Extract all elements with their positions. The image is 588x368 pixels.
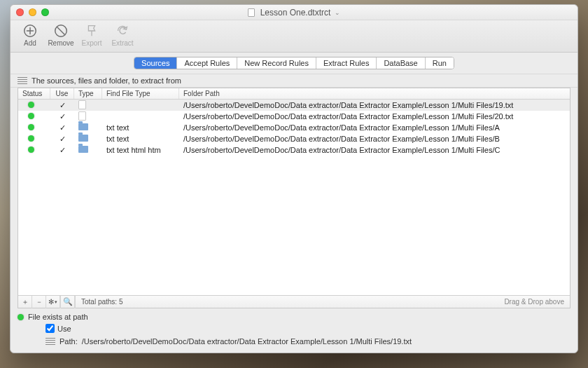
col-status[interactable]: Status xyxy=(18,88,50,99)
subhead-text: The sources, files and folder, to extrac… xyxy=(31,76,181,85)
find-file-type-cell: txt text xyxy=(102,133,179,144)
table-row[interactable]: ✓/Users/roberto/DevelDemoDoc/Data extrac… xyxy=(18,111,570,122)
list-icon xyxy=(46,338,55,345)
add-button[interactable]: Add xyxy=(16,23,44,47)
tab-bar: SourcesAccept RulesNew Record RulesExtra… xyxy=(10,53,578,74)
find-file-type-cell: txt text xyxy=(102,122,179,133)
add-label: Add xyxy=(24,39,36,47)
tab-new-record-rules[interactable]: New Record Rules xyxy=(237,57,316,69)
table-body[interactable]: ✓/Users/roberto/DevelDemoDoc/Data extrac… xyxy=(18,100,570,295)
action-menu-button[interactable]: ✻▾ xyxy=(46,296,60,308)
use-cell[interactable]: ✓ xyxy=(50,122,74,134)
plus-circle-icon xyxy=(22,23,38,39)
folder-icon xyxy=(78,146,88,153)
table-footer: ＋ － ✻▾ 🔍 Total paths: 5 Drag & Drop abov… xyxy=(18,295,570,308)
status-ok-icon xyxy=(28,102,34,108)
export-icon xyxy=(84,23,99,39)
use-checkbox[interactable] xyxy=(46,324,55,333)
document-title-text: Lesson One.dtxtrct xyxy=(260,8,331,18)
folder-icon xyxy=(78,135,88,142)
export-label: Export xyxy=(82,39,102,47)
tab-segment: SourcesAccept RulesNew Record RulesExtra… xyxy=(134,57,454,69)
main-toolbar: Add Remove Export Extract xyxy=(10,20,578,53)
document-title[interactable]: Lesson One.dtxtrct ⌄ xyxy=(248,8,341,18)
extract-button: Extract xyxy=(108,23,136,47)
use-cell[interactable]: ✓ xyxy=(50,133,74,145)
path-cell: /Users/roberto/DevelDemoDoc/Data extract… xyxy=(179,144,570,156)
detail-header: File exists at path xyxy=(28,313,88,321)
path-cell: /Users/roberto/DevelDemoDoc/Data extract… xyxy=(179,133,570,144)
document-icon xyxy=(248,8,255,17)
use-label: Use xyxy=(57,325,71,333)
use-cell[interactable]: ✓ xyxy=(50,111,74,123)
type-cell xyxy=(74,144,102,156)
find-file-type-cell xyxy=(102,104,179,107)
detail-use-row[interactable]: Use xyxy=(46,324,570,333)
window-controls xyxy=(16,8,49,16)
path-cell: /Users/roberto/DevelDemoDoc/Data extract… xyxy=(179,111,570,122)
list-icon xyxy=(18,77,27,84)
table-header: Status Use Type Find File Type Folder Pa… xyxy=(18,88,570,100)
add-row-button[interactable]: ＋ xyxy=(18,296,32,308)
col-folder-path[interactable]: Folder Path xyxy=(179,88,570,99)
use-cell[interactable]: ✓ xyxy=(50,100,74,111)
path-cell: /Users/roberto/DevelDemoDoc/Data extract… xyxy=(179,122,570,133)
search-icon: 🔍 xyxy=(63,297,73,306)
quicklook-button[interactable]: 🔍 xyxy=(61,296,75,308)
close-icon[interactable] xyxy=(16,8,24,16)
table-row[interactable]: ✓txt text/Users/roberto/DevelDemoDoc/Dat… xyxy=(18,133,570,144)
col-type[interactable]: Type xyxy=(74,88,102,99)
tab-sources[interactable]: Sources xyxy=(134,57,177,69)
gear-icon: ✻ xyxy=(48,298,54,306)
type-cell xyxy=(74,133,102,144)
file-icon xyxy=(78,111,86,121)
titlebar: Lesson One.dtxtrct ⌄ xyxy=(10,5,578,20)
path-value: /Users/roberto/DevelDemoDoc/Data extract… xyxy=(82,337,412,346)
type-cell xyxy=(74,122,102,133)
status-ok-icon xyxy=(28,146,34,153)
status-ok-icon xyxy=(28,135,34,142)
tab-run[interactable]: Run xyxy=(426,57,454,69)
use-cell[interactable]: ✓ xyxy=(50,144,74,156)
folder-icon xyxy=(78,123,88,130)
tab-database[interactable]: DataBase xyxy=(377,57,425,69)
status-ok-icon xyxy=(18,314,24,320)
find-file-type-cell: txt text html htm xyxy=(102,144,179,156)
file-icon xyxy=(78,100,86,109)
extract-label: Extract xyxy=(111,39,133,47)
path-label: Path: xyxy=(59,337,78,346)
zoom-icon[interactable] xyxy=(41,8,49,16)
remove-button[interactable]: Remove xyxy=(47,23,75,47)
drop-hint: Drag & Drop above xyxy=(504,298,570,306)
status-ok-icon xyxy=(28,124,34,130)
detail-path-row: Path: /Users/roberto/DevelDemoDoc/Data e… xyxy=(46,337,570,346)
col-find-file-type[interactable]: Find File Type xyxy=(102,88,179,99)
total-paths-label: Total paths: 5 xyxy=(76,298,128,306)
remove-label: Remove xyxy=(48,39,74,47)
caret-down-icon: ▾ xyxy=(55,299,57,305)
detail-pane: File exists at path Use Path: /Users/rob… xyxy=(10,308,578,353)
table-row[interactable]: ✓txt text/Users/roberto/DevelDemoDoc/Dat… xyxy=(18,122,570,133)
minimize-icon[interactable] xyxy=(29,8,36,16)
table-row[interactable]: ✓txt text html htm/Users/roberto/DevelDe… xyxy=(18,144,570,156)
path-cell: /Users/roberto/DevelDemoDoc/Data extract… xyxy=(179,100,570,111)
tab-extract-rules[interactable]: Extract Rules xyxy=(316,57,377,69)
remove-row-button[interactable]: － xyxy=(32,296,46,308)
section-subhead: The sources, files and folder, to extrac… xyxy=(10,74,578,88)
prohibit-icon xyxy=(53,23,69,39)
tab-accept-rules[interactable]: Accept Rules xyxy=(177,57,237,69)
sources-table: Status Use Type Find File Type Folder Pa… xyxy=(18,88,570,308)
export-button: Export xyxy=(78,23,106,47)
col-use[interactable]: Use xyxy=(50,88,74,99)
find-file-type-cell xyxy=(102,115,179,118)
status-ok-icon xyxy=(28,113,34,119)
refresh-icon xyxy=(115,23,130,39)
app-window: Lesson One.dtxtrct ⌄ Add Remove Export xyxy=(10,4,578,353)
chevron-down-icon: ⌄ xyxy=(335,9,340,16)
